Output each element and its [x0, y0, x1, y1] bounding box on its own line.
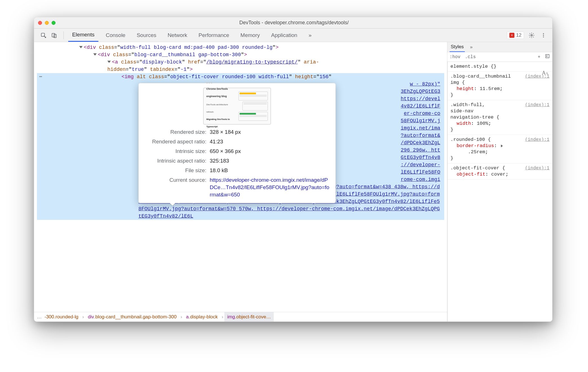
href-link[interactable]: /blog/migrating-to-typescript/ [206, 59, 298, 65]
styles-tabs: Styles » [447, 42, 552, 52]
breadcrumb-item[interactable]: -300.rounded-lg [42, 312, 81, 321]
info-label: Current source: [144, 176, 206, 198]
styles-panel: Styles » :hov .cls + element.style {}AA(… [447, 42, 552, 321]
svg-point-3 [531, 34, 532, 36]
devtools-tabbar: Elements Console Sources Network Perform… [34, 29, 552, 42]
styles-toolbar: :hov .cls + [447, 52, 552, 62]
overflow-dots-icon[interactable]: ⋯ [39, 73, 42, 80]
traffic-lights [38, 21, 56, 25]
zoom-icon[interactable] [52, 21, 56, 25]
info-value: 325:183 [210, 157, 330, 165]
error-count: 12 [516, 32, 521, 38]
cls-toggle[interactable]: .cls [463, 53, 478, 61]
rule-source-link[interactable]: (index):1 [525, 73, 549, 80]
css-rule[interactable]: element.style {}AA [448, 62, 552, 72]
dom-node-selected[interactable]: ⋯ <img alt class="object-fit-cover round… [37, 73, 444, 80]
info-value: 41:23 [210, 138, 330, 145]
tab-application[interactable]: Application [267, 29, 301, 42]
styles-rules[interactable]: element.style {}AA(index):1.blog-card__t… [447, 62, 552, 321]
info-label: Rendered size: [144, 128, 206, 136]
breadcrumb-item[interactable]: div.blog-card__thumbnail.gap-bottom-300 [85, 312, 180, 321]
info-value: 328 × 184 px [210, 128, 330, 136]
inspect-element-icon[interactable] [39, 31, 48, 40]
rule-source-link[interactable]: (index):1 [525, 165, 549, 171]
hov-toggle[interactable]: :hov [447, 53, 463, 61]
info-value: 650 × 366 px [210, 148, 330, 155]
dom-node[interactable]: <div class="width-full blog-card md:pad-… [37, 44, 444, 51]
styles-tabs-overflow-icon[interactable]: » [469, 43, 474, 52]
svg-point-4 [543, 33, 544, 34]
breadcrumb-item[interactable]: a.display-block [183, 312, 220, 321]
info-value: 18.0 kB [210, 167, 330, 174]
image-thumbnail: Chrome DevTools engineering blog DevTool… [203, 88, 271, 124]
rule-source-link[interactable]: (index):1 [525, 137, 549, 143]
css-rule[interactable]: (index):1.blog-card__thumbnailimg {heigh… [448, 72, 552, 100]
devtools-window: DevTools - developer.chrome.com/tags/dev… [34, 17, 552, 322]
tab-network[interactable]: Network [164, 29, 191, 42]
dom-breadcrumb: … -300.rounded-lg›div.blog-card__thumbna… [34, 312, 447, 321]
minimize-icon[interactable] [45, 21, 49, 25]
close-icon[interactable] [38, 21, 42, 25]
svg-rect-7 [546, 54, 549, 58]
tab-console[interactable]: Console [102, 29, 129, 42]
css-rule[interactable]: (index):1.width-full,side-navnavigation-… [448, 100, 552, 135]
breadcrumb-item[interactable]: img.object-fit-cove… [224, 312, 274, 321]
svg-point-5 [543, 35, 544, 36]
window-titlebar: DevTools - developer.chrome.com/tags/dev… [34, 17, 552, 29]
device-toggle-icon[interactable] [50, 31, 58, 40]
dom-node[interactable]: <div class="blog-card__thumbnail gap-bot… [37, 51, 444, 58]
info-label: File size: [144, 167, 206, 174]
window-title: DevTools - developer.chrome.com/tags/dev… [56, 20, 532, 26]
tab-styles[interactable]: Styles [450, 42, 465, 52]
info-label: Rendered aspect ratio: [144, 138, 206, 145]
svg-point-6 [543, 36, 544, 37]
css-rule[interactable]: (index):1.object-fit-cover {object-fit: … [448, 163, 552, 180]
dom-tree[interactable]: <div class="width-full blog-card md:pad-… [34, 42, 447, 312]
tabs-overflow-icon[interactable]: » [305, 29, 316, 42]
rule-source-link[interactable]: (index):1 [525, 102, 549, 108]
new-style-rule-button[interactable]: + [535, 53, 543, 61]
computed-styles-toggle-icon[interactable] [543, 52, 552, 61]
css-rule[interactable]: (index):1.rounded-100 {border-radius: .2… [448, 135, 552, 163]
info-label: Intrinsic aspect ratio: [144, 157, 206, 165]
panel-tabs: Elements Console Sources Network Perform… [68, 29, 502, 42]
tab-sources[interactable]: Sources [133, 29, 160, 42]
error-icon: × [509, 33, 514, 38]
tab-memory[interactable]: Memory [236, 29, 264, 42]
tab-elements[interactable]: Elements [68, 29, 98, 42]
current-source-link[interactable]: https://developer-chrome-com.imgix.net/i… [210, 177, 329, 198]
error-count-badge[interactable]: × 12 [507, 32, 524, 39]
settings-gear-icon[interactable] [527, 31, 536, 40]
breadcrumb-overflow[interactable]: … [37, 314, 42, 320]
dom-node[interactable]: <a class="display-block" href="/blog/mig… [37, 58, 444, 73]
svg-rect-1 [52, 33, 55, 37]
kebab-menu-icon[interactable] [539, 31, 548, 40]
image-info-popover: Chrome DevTools engineering blog DevTool… [138, 83, 336, 203]
elements-panel: <div class="width-full blog-card md:pad-… [34, 42, 447, 321]
info-label: Intrinsic size: [144, 148, 206, 155]
tab-performance[interactable]: Performance [194, 29, 233, 42]
